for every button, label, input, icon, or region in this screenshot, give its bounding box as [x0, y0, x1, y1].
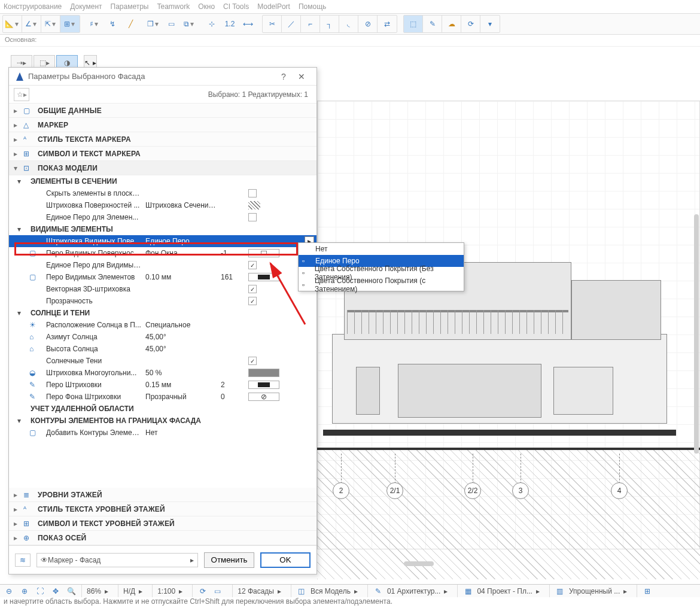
- prop-row[interactable]: Единое Перо для Элемен...: [9, 211, 316, 223]
- checkbox[interactable]: [248, 261, 257, 269]
- pen-control[interactable]: [248, 381, 279, 389]
- layer-selector[interactable]: 👁 Маркер - Фасад▸: [36, 553, 198, 567]
- hatch-control[interactable]: [248, 369, 279, 377]
- cut-icon[interactable]: ✂: [263, 16, 282, 32]
- cancel-button[interactable]: Отменить: [204, 552, 254, 568]
- vertical-scrollbar[interactable]: [694, 214, 699, 454]
- section-header[interactable]: ▸ᴬСТИЛЬ ТЕКСТА МАРКЕРА: [9, 132, 316, 147]
- display-icon[interactable]: ⊞: [642, 586, 653, 597]
- orbit-icon[interactable]: ⟳: [197, 586, 208, 597]
- checkbox[interactable]: [248, 285, 257, 293]
- trim-icon[interactable]: ⌐: [301, 16, 320, 32]
- section-header[interactable]: ▸⊕ПОКАЗ ОСЕЙ: [9, 531, 316, 545]
- section-header[interactable]: ▸△МАРКЕР: [9, 118, 316, 132]
- horizontal-scrollbar[interactable]: [404, 561, 434, 566]
- expand-icon[interactable]: ▾: [480, 16, 500, 32]
- prop-row[interactable]: ⌂Азимут Солнца45,00°: [9, 331, 316, 343]
- tool-grid-icon[interactable]: ⊞▾: [60, 16, 80, 32]
- prop-row[interactable]: ✎Перо Фона ШтриховкиПрозрачный0⊘: [9, 391, 316, 403]
- status-item[interactable]: ▦04 Проект - Пл... ▸: [457, 585, 544, 597]
- menu-item[interactable]: Помощь: [299, 2, 326, 11]
- group-header[interactable]: УЧЕТ УДАЛЕННОЙ ОБЛАСТИ: [9, 403, 316, 415]
- prop-row[interactable]: Штриховка Поверхностей ...Штриховка Сече…: [9, 199, 316, 211]
- ok-button[interactable]: OK: [260, 552, 311, 568]
- offset-icon[interactable]: ⇄: [378, 16, 397, 32]
- prop-row[interactable]: ▢Перо Видимых Элементов0.10 мм161: [9, 271, 316, 283]
- prop-row[interactable]: ✎Перо Штриховки0.15 мм2: [9, 379, 316, 391]
- menu-item[interactable]: Teamwork: [157, 2, 190, 11]
- section-header[interactable]: ▸▢ОБЩИЕ ДАННЫЕ: [9, 104, 316, 118]
- tool-level-icon[interactable]: ⇱▾: [41, 16, 60, 32]
- dialog-titlebar[interactable]: Параметры Выбранного Фасада ? ✕: [9, 68, 316, 86]
- status-item[interactable]: 12 Фасады ▸: [232, 585, 286, 597]
- status-item[interactable]: ✎01 Архитектур... ▸: [367, 585, 453, 597]
- section-header[interactable]: ▸≣УРОВНИ ЭТАЖЕЙ: [9, 488, 316, 502]
- prop-row[interactable]: ☀Расположение Солнца в П...Специальное: [9, 319, 316, 331]
- section-header[interactable]: ▸⊞СИМВОЛ И ТЕКСТ МАРКЕРА: [9, 147, 316, 161]
- zoom-level[interactable]: 86% ▸: [81, 585, 113, 597]
- layer-icon[interactable]: ≋: [15, 554, 31, 567]
- split-icon[interactable]: ⊘: [358, 16, 378, 32]
- tool-ruler-icon[interactable]: 📐▾: [3, 16, 22, 32]
- menu-item[interactable]: Конструирование: [4, 2, 62, 11]
- grid-toggle-icon[interactable]: ♯▾: [86, 16, 103, 32]
- fit-icon[interactable]: ⛶: [35, 586, 45, 597]
- close-button[interactable]: ✕: [293, 72, 311, 81]
- help-button[interactable]: ?: [275, 72, 293, 81]
- menu-item[interactable]: Окно: [198, 2, 215, 11]
- guide-icon[interactable]: ╱: [122, 16, 139, 32]
- prop-row[interactable]: Векторная 3D-штриховка: [9, 283, 316, 295]
- menu-item[interactable]: ModelPort: [257, 2, 290, 11]
- fillet-icon[interactable]: ◟: [339, 16, 358, 32]
- status-nd[interactable]: Н/Д ▸: [118, 585, 147, 597]
- prop-row[interactable]: Скрыть элементы в плоско...: [9, 187, 316, 199]
- tool-angle-icon[interactable]: ∠▾: [22, 16, 41, 32]
- section-header[interactable]: ▾⊡ПОКАЗ МОДЕЛИ: [9, 161, 316, 175]
- scale[interactable]: 1:100 ▸: [152, 585, 187, 597]
- checkbox[interactable]: [248, 189, 257, 197]
- prop-row[interactable]: Единое Перо для Видимых...: [9, 259, 316, 271]
- section-header[interactable]: ▸ᴬСТИЛЬ ТЕКСТА УРОВНЕЙ ЭТАЖЕЙ: [9, 502, 316, 516]
- text-icon[interactable]: 1.2: [221, 16, 238, 32]
- marquee-icon[interactable]: ⬚: [404, 16, 423, 32]
- zoom-100-icon[interactable]: 🔍: [66, 586, 77, 597]
- dim-icon[interactable]: ⊹: [203, 16, 220, 32]
- group-header[interactable]: ▾ЭЛЕМЕНТЫ В СЕЧЕНИИ: [9, 175, 316, 187]
- popup-item[interactable]: ▫Цвета Собственного Покрытия (с Затенени…: [299, 279, 464, 291]
- checkbox[interactable]: [248, 213, 257, 221]
- line-icon[interactable]: ／: [282, 16, 301, 32]
- checkbox[interactable]: [248, 357, 257, 365]
- prop-row[interactable]: ▢Добавить Контуры Элемен...Нет: [9, 427, 316, 439]
- sheet-small-icon[interactable]: ▭: [212, 586, 223, 597]
- refresh-icon[interactable]: ⟳: [461, 16, 480, 32]
- edit-icon[interactable]: ✎: [423, 16, 442, 32]
- prop-row[interactable]: ◒Штриховка Многоугольни...50 %: [9, 367, 316, 379]
- pen-control[interactable]: ⊘: [248, 393, 279, 401]
- favorites-button[interactable]: ☆▸: [14, 88, 29, 101]
- corner-icon[interactable]: ┐: [320, 16, 339, 32]
- layers-icon[interactable]: ❐▾: [145, 16, 162, 32]
- group-header[interactable]: ▾КОНТУРЫ ЭЛЕМЕНТОВ НА ГРАНИЦАХ ФАСАДА: [9, 415, 316, 427]
- popup-item[interactable]: Нет: [299, 243, 464, 255]
- pan-icon[interactable]: ✥: [50, 586, 61, 597]
- menu-item[interactable]: CI Tools: [223, 2, 249, 11]
- zoom-out-icon[interactable]: ⊖: [4, 586, 14, 597]
- menu-item[interactable]: Параметры: [111, 2, 149, 11]
- prop-row[interactable]: ▢Перо Видимых Поверхнос...Фон Окна-1: [9, 247, 316, 259]
- hatch-icon[interactable]: [248, 201, 260, 209]
- sheet-icon[interactable]: ▭: [163, 16, 179, 32]
- menu-item[interactable]: Документ: [70, 2, 102, 11]
- group-header[interactable]: ▾ВИДИМЫЕ ЭЛЕМЕНТЫ: [9, 223, 316, 235]
- copy-icon[interactable]: ⧉▾: [181, 16, 197, 32]
- status-item[interactable]: ▥Упрощенный ... ▸: [549, 585, 632, 597]
- measure-icon[interactable]: ⟷: [239, 16, 256, 32]
- checkbox[interactable]: [248, 297, 257, 305]
- cloud-icon[interactable]: ☁: [442, 16, 461, 32]
- zoom-in-icon[interactable]: ⊕: [19, 586, 30, 597]
- prop-row-selected[interactable]: Штриховка Видимых Пове...Единое Перо ▸: [9, 235, 316, 247]
- prop-row[interactable]: Солнечные Тени: [9, 355, 316, 367]
- pen-control[interactable]: [248, 273, 279, 281]
- snap-icon[interactable]: ↯: [104, 16, 121, 32]
- prop-row[interactable]: Прозрачность: [9, 295, 316, 307]
- prop-row[interactable]: ⌂Высота Солнца45,00°: [9, 343, 316, 355]
